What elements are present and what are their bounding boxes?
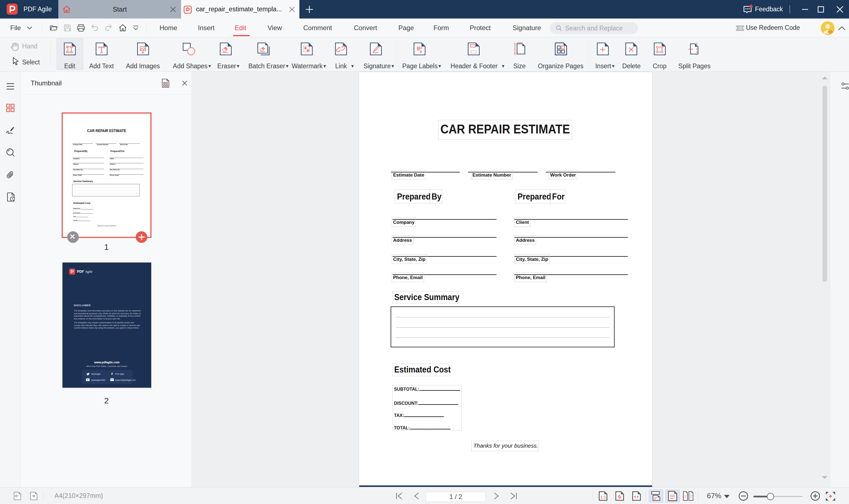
svg-text:1:1: 1:1 [600,494,606,499]
